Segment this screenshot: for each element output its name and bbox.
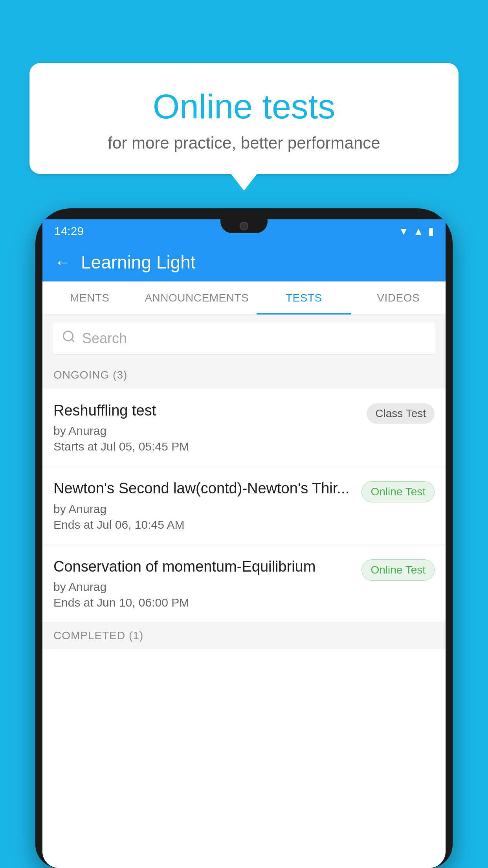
test-badge-3: Online Test [361, 559, 435, 581]
test-item-3[interactable]: Conservation of momentum-Equilibrium by … [42, 544, 446, 622]
phone-container: 14:29 ▼ ▲ ▮ ← Learning Light MENTS ANNOU… [35, 208, 453, 868]
phone-outer: 14:29 ▼ ▲ ▮ ← Learning Light MENTS ANNOU… [35, 208, 453, 868]
search-placeholder: Search [82, 330, 127, 347]
phone-screen: ← Learning Light MENTS ANNOUNCEMENTS TES… [42, 243, 446, 868]
ongoing-section-label: ONGOING (3) [42, 362, 446, 388]
tab-announcements[interactable]: ANNOUNCEMENTS [137, 281, 257, 314]
completed-section-label: COMPLETED (1) [42, 622, 446, 649]
status-icons: ▼ ▲ ▮ [399, 225, 434, 237]
speech-bubble: Online tests for more practice, better p… [29, 63, 459, 174]
app-title: Learning Light [81, 252, 196, 273]
test-by-3: by Anurag [53, 580, 354, 594]
test-item-2[interactable]: Newton's Second law(contd)-Newton's Thir… [42, 466, 446, 544]
test-by-2: by Anurag [53, 502, 354, 516]
bubble-subtitle: for more practice, better performance [49, 134, 439, 153]
svg-point-0 [64, 331, 73, 341]
back-button[interactable]: ← [54, 252, 72, 272]
status-time: 14:29 [54, 224, 84, 238]
test-badge-1: Class Test [367, 403, 435, 424]
wifi-icon: ▼ [399, 225, 409, 237]
tab-videos[interactable]: VIDEOS [351, 281, 446, 314]
test-date-3: Ends at Jun 10, 06:00 PM [53, 596, 354, 609]
test-info-2: Newton's Second law(contd)-Newton's Thir… [53, 479, 361, 531]
search-bar-container: Search [42, 315, 446, 362]
front-camera [240, 222, 248, 230]
test-item-1[interactable]: Reshuffling test by Anurag Starts at Jul… [42, 388, 446, 466]
tab-ments[interactable]: MENTS [42, 281, 137, 314]
test-name-1: Reshuffling test [53, 401, 359, 420]
test-date-1: Starts at Jul 05, 05:45 PM [53, 440, 359, 453]
tests-list: Reshuffling test by Anurag Starts at Jul… [42, 388, 446, 868]
test-name-2: Newton's Second law(contd)-Newton's Thir… [53, 479, 354, 498]
bubble-title: Online tests [49, 86, 439, 127]
search-icon [62, 329, 76, 347]
battery-icon: ▮ [428, 225, 434, 237]
app-header: ← Learning Light [42, 243, 446, 281]
svg-line-1 [72, 339, 74, 342]
test-date-2: Ends at Jul 06, 10:45 AM [53, 518, 354, 531]
search-bar[interactable]: Search [52, 322, 436, 355]
tab-tests[interactable]: TESTS [257, 281, 351, 314]
test-name-3: Conservation of momentum-Equilibrium [53, 557, 354, 576]
test-badge-2: Online Test [361, 481, 435, 502]
phone-notch [220, 219, 268, 233]
test-info-3: Conservation of momentum-Equilibrium by … [53, 557, 361, 609]
signal-icon: ▲ [413, 225, 424, 237]
tabs-bar: MENTS ANNOUNCEMENTS TESTS VIDEOS [42, 281, 446, 315]
test-by-1: by Anurag [53, 424, 359, 438]
test-info-1: Reshuffling test by Anurag Starts at Jul… [53, 401, 367, 453]
